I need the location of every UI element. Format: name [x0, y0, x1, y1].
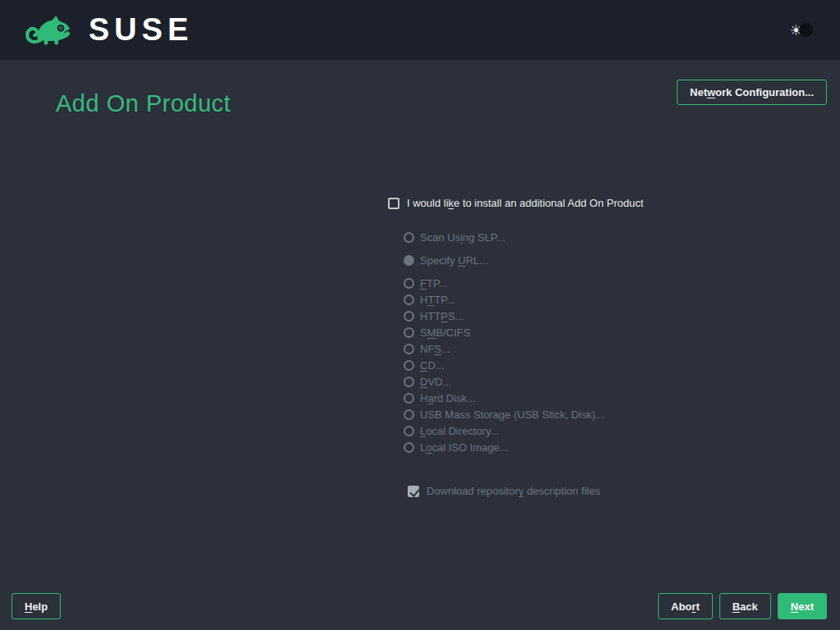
radio-option-label: Local ISO Image...	[420, 441, 509, 454]
radio-option-http[interactable]: HTTP...	[404, 291, 605, 308]
download-descriptions-label: Download repository description files	[427, 485, 600, 497]
radio-icon	[404, 377, 414, 387]
radio-icon	[404, 278, 414, 289]
suse-chameleon-icon	[23, 10, 80, 49]
network-configuration-button[interactable]: Network Configuration...	[677, 80, 827, 105]
radio-icon	[404, 344, 414, 354]
radio-option-https[interactable]: HTTPS...	[404, 308, 605, 324]
radio-option-label: USB Mass Storage (USB Stick, Disk)...	[420, 409, 605, 421]
radio-option-local-iso-image[interactable]: Local ISO Image...	[404, 439, 605, 455]
radio-option-label: Local Directory...	[420, 425, 500, 437]
theme-toggle-icon[interactable]: ☀	[790, 22, 813, 39]
footer-button-group: Abort Back Next	[658, 593, 827, 619]
addon-checkbox-label: I would like to install an additional Ad…	[407, 197, 643, 209]
radio-option-label: Hard Disk...	[420, 392, 476, 404]
back-button[interactable]: Back	[719, 593, 771, 619]
radio-icon	[404, 294, 414, 305]
moon-icon	[799, 23, 813, 37]
top-bar: SUSE ☀	[0, 0, 840, 60]
radio-icon	[404, 255, 414, 266]
radio-icon	[404, 311, 414, 322]
radio-icon	[404, 232, 414, 243]
radio-option-dvd[interactable]: DVD...	[404, 373, 605, 390]
radio-option-label: DVD...	[420, 376, 451, 388]
next-button[interactable]: Next	[778, 593, 827, 619]
radio-option-local-directory[interactable]: Local Directory...	[404, 422, 605, 439]
radio-option-label: HTTP...	[420, 294, 455, 306]
radio-option-ftp[interactable]: FTP...	[404, 275, 605, 291]
radio-option-label: Scan Using SLP...	[420, 231, 505, 244]
radio-option-scan-slp[interactable]: Scan Using SLP...	[404, 229, 605, 245]
radio-option-cd[interactable]: CD...	[404, 357, 605, 373]
suse-logo: SUSE	[23, 10, 193, 49]
radio-option-label: CD...	[420, 359, 445, 372]
addon-checkbox[interactable]: I would like to install an additional Ad…	[388, 197, 643, 209]
source-radio-group: Scan Using SLP... Specify URL... FTP... …	[404, 229, 605, 455]
abort-button[interactable]: Abort	[658, 593, 713, 619]
radio-icon	[404, 426, 414, 436]
radio-icon	[404, 409, 414, 420]
radio-option-label: Specify URL...	[420, 254, 488, 267]
radio-option-smb-cifs[interactable]: SMB/CIFS	[404, 324, 605, 340]
radio-option-hard-disk[interactable]: Hard Disk...	[404, 390, 605, 406]
checkbox-icon	[388, 198, 399, 209]
radio-option-nfs[interactable]: NFS...	[404, 340, 605, 357]
radio-icon	[404, 327, 414, 338]
suse-wordmark: SUSE	[89, 14, 193, 45]
radio-option-label: SMB/CIFS	[420, 326, 470, 339]
radio-option-label: NFS...	[420, 343, 450, 355]
radio-option-specify-url[interactable]: Specify URL...	[404, 252, 605, 268]
radio-icon	[404, 442, 414, 453]
checkbox-icon	[408, 486, 419, 497]
radio-option-usb-mass-storage[interactable]: USB Mass Storage (USB Stick, Disk)...	[404, 406, 605, 422]
page-title: Add On Product	[56, 90, 231, 117]
help-button[interactable]: Help	[11, 593, 61, 619]
radio-option-label: FTP...	[420, 277, 448, 290]
radio-icon	[404, 360, 414, 371]
radio-icon	[404, 393, 414, 404]
download-descriptions-checkbox[interactable]: Download repository description files	[408, 485, 600, 497]
radio-option-label: HTTPS...	[420, 310, 463, 322]
